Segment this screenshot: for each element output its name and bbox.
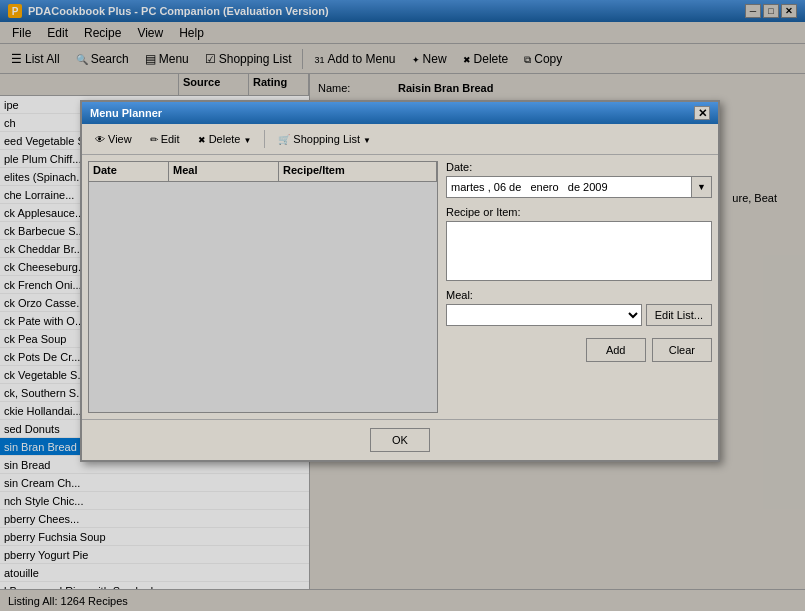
chevron-down-icon: ▼ (697, 182, 706, 192)
menu-table: Date Meal Recipe/Item (88, 161, 438, 413)
recipe-item-group: Recipe or Item: (446, 206, 712, 281)
dialog-view-button[interactable]: View (88, 128, 139, 150)
view-label: View (108, 133, 132, 145)
col-recipe: Recipe/Item (279, 162, 437, 181)
meal-group: Meal: Edit List... (446, 289, 712, 326)
date-label: Date: (446, 161, 712, 173)
recipe-item-input[interactable] (446, 221, 712, 281)
dialog-form: Date: ▼ Recipe or Item: Meal: (446, 161, 712, 413)
date-group: Date: ▼ (446, 161, 712, 198)
delete-dropdown-arrow (243, 133, 251, 145)
table-header: Date Meal Recipe/Item (89, 162, 437, 182)
delete-label: Delete (209, 133, 241, 145)
edit-icon (150, 133, 158, 145)
dialog-title: Menu Planner (90, 107, 694, 119)
dialog-title-bar: Menu Planner ✕ (82, 102, 718, 124)
add-button[interactable]: Add (586, 338, 646, 362)
edit-list-button[interactable]: Edit List... (646, 304, 712, 326)
ok-button[interactable]: OK (370, 428, 430, 452)
edit-label: Edit (161, 133, 180, 145)
dialog-toolbar: View Edit Delete Shopping List (82, 124, 718, 155)
dialog-toolbar-sep (264, 130, 265, 148)
meal-label: Meal: (446, 289, 712, 301)
dialog-edit-button[interactable]: Edit (143, 128, 187, 150)
col-meal: Meal (169, 162, 279, 181)
dialog-footer: OK (82, 419, 718, 460)
view-icon (95, 133, 105, 145)
dialog-shopping-button[interactable]: Shopping List (271, 128, 378, 150)
meal-select[interactable] (446, 304, 642, 326)
clear-button[interactable]: Clear (652, 338, 712, 362)
dialog-delete-button[interactable]: Delete (191, 128, 259, 150)
col-date: Date (89, 162, 169, 181)
shopping2-icon (278, 133, 290, 145)
table-body[interactable] (89, 182, 437, 412)
dialog-close-button[interactable]: ✕ (694, 106, 710, 120)
date-input-row: ▼ (446, 176, 712, 198)
recipe-item-label: Recipe or Item: (446, 206, 712, 218)
dialog-delete-icon (198, 133, 206, 145)
date-input[interactable] (446, 176, 692, 198)
meal-row: Edit List... (446, 304, 712, 326)
shopping-list-label: Shopping List (293, 133, 360, 145)
date-dropdown-button[interactable]: ▼ (692, 176, 712, 198)
dialog-content: Date Meal Recipe/Item Date: ▼ Recipe o (82, 155, 718, 419)
shopping-dropdown-arrow (363, 133, 371, 145)
action-buttons: Add Clear (446, 338, 712, 362)
menu-planner-dialog: Menu Planner ✕ View Edit Delete Shopping… (80, 100, 720, 462)
